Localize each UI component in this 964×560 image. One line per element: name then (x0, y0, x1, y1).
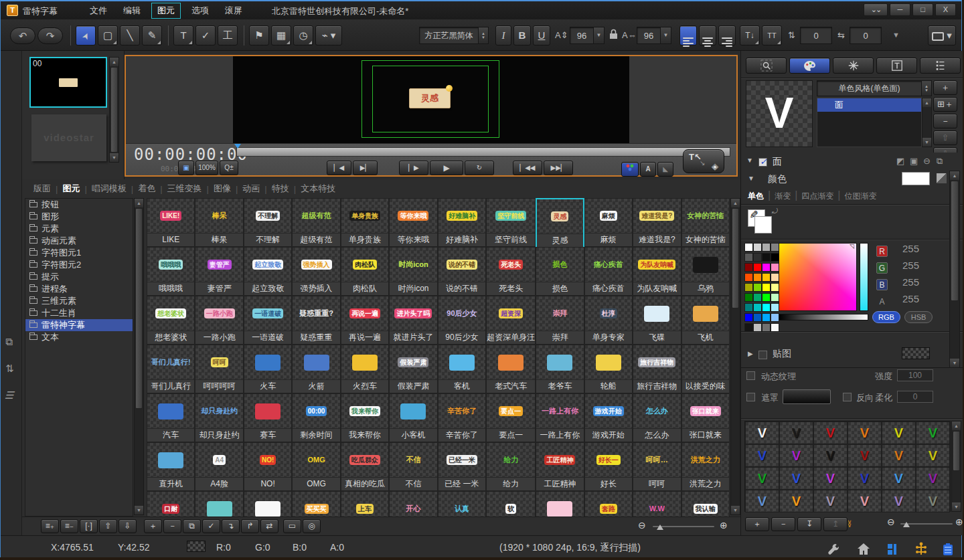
line-spacing-field[interactable]: 0 (800, 27, 832, 44)
style-preset[interactable]: V (916, 444, 950, 467)
palette-swatch[interactable] (753, 283, 762, 292)
timeline-scrubber[interactable] (236, 147, 730, 157)
library-item-剩余时间[interactable]: 00:00 剩余时间 (292, 393, 340, 442)
library-tab-唱词模板[interactable]: 唱词模板 (87, 183, 131, 195)
scroll-up-arrow[interactable]: ▲ (952, 422, 961, 430)
library-tab-文本特技[interactable]: 文本特技 (296, 183, 340, 195)
next-frame-button[interactable]: ▶▏ (353, 161, 378, 175)
palette-swatch[interactable] (762, 313, 771, 322)
category-字符图元1[interactable]: 字符图元1 (25, 247, 133, 259)
style-preset[interactable]: V (916, 490, 950, 512)
tab-color-style[interactable] (789, 58, 830, 74)
library-item-汽车[interactable]: 汽车 (147, 393, 195, 442)
menu-滚屏[interactable]: 滚屏 (220, 3, 248, 18)
palette-swatch[interactable] (744, 243, 753, 252)
remove-item-button[interactable]: － (163, 519, 181, 533)
library-item-一语道破[interactable]: 一语道破 一语道破 (244, 296, 292, 345)
library-item-游戏开始[interactable]: 游戏开始 游戏开始 (584, 393, 633, 442)
alpha-value[interactable]: 255 (902, 293, 919, 304)
text-tool[interactable]: T (173, 25, 193, 45)
library-item-LIKE[interactable]: LIKE! LIKE (147, 198, 195, 247)
preset-import-button[interactable]: ↧ (797, 517, 821, 531)
style-preset[interactable]: V (848, 467, 882, 490)
preset-export-button[interactable]: ↥ (823, 517, 848, 531)
category-雷特神字幕[interactable]: 雷特神字幕 (25, 319, 133, 331)
library-item-说的不错[interactable]: 说的不错 说的不错 (438, 247, 486, 296)
library-item-真相的吃瓜[interactable]: 吃瓜群众 真相的吃瓜 (341, 442, 389, 491)
style-preset[interactable]: V (882, 467, 916, 490)
text-frame-button[interactable]: TT (762, 25, 782, 45)
category-图形[interactable]: 图形 (25, 211, 133, 223)
style-preset[interactable]: V (779, 444, 813, 467)
library-item-77[interactable]: 开心 (389, 491, 437, 517)
remove-layer-button[interactable]: － (933, 114, 957, 128)
library-item-棒呆[interactable]: 棒呆 棒呆 (195, 198, 243, 247)
library-item-难道我是?[interactable]: 难道我是? 难道我是? (633, 198, 681, 247)
library-item-哦哦哦[interactable]: 哦哦哦 哦哦哦 (147, 247, 195, 296)
layer-manager-icon[interactable] (886, 542, 900, 557)
align-right-button[interactable] (718, 25, 736, 45)
library-item-呵呵呵呵[interactable]: 呵呵 呵呵呵呵 (195, 345, 243, 393)
text-properties-button[interactable]: T↖ ◈ ↘ (683, 149, 724, 173)
library-item-以接受的味[interactable]: 以接受的味 (681, 345, 730, 393)
library-item-老式汽车[interactable]: 老式汽车 (486, 345, 536, 393)
image-object-tool[interactable]: ▦ (271, 25, 291, 45)
library-item-时尚icon[interactable]: 时尚icon 时尚icon (389, 247, 437, 296)
frame-mode-icon[interactable]: ▣ (910, 156, 918, 166)
library-tab-着色[interactable]: 着色 (133, 183, 160, 195)
library-item-飞碟[interactable]: 飞碟 (633, 296, 681, 345)
bold-button[interactable]: B (513, 25, 531, 45)
category-十二生肖[interactable]: 十二生肖 (25, 307, 133, 319)
category-按钮[interactable]: 按钮 (25, 199, 133, 211)
duplicate-button[interactable]: ⧉ (183, 519, 201, 533)
library-item-强势插入[interactable]: 强势插入 强势插入 (292, 247, 340, 296)
swap-colors-icon[interactable]: ⤾ (772, 207, 778, 215)
color-mode-单色[interactable]: 单色 (744, 191, 768, 201)
library-item-坚守前线[interactable]: 坚守前线 坚守前线 (486, 198, 536, 247)
library-item-工匠精神[interactable]: 工匠精神 工匠精神 (536, 442, 584, 491)
list-remove-button[interactable]: ≡₋ (60, 519, 78, 533)
scroll-up-arrow[interactable]: ▲ (731, 199, 740, 207)
italic-button[interactable]: I (495, 25, 511, 45)
preset-remove-button[interactable]: － (771, 517, 795, 531)
library-item-怎么办[interactable]: 怎么办 怎么办 (633, 393, 681, 442)
palette-swatch[interactable] (744, 253, 753, 262)
library-tab-特技[interactable]: 特技 (267, 183, 294, 195)
category-元素[interactable]: 元素 (25, 223, 133, 235)
more-presets-chevron[interactable]: ∨∨ (845, 521, 854, 527)
secondary-color-swatch[interactable] (937, 173, 947, 183)
more-options-icon[interactable]: ▼ (892, 31, 900, 39)
library-item-女神的苦恼[interactable]: 女神的苦恼 女神的苦恼 (681, 198, 730, 247)
library-item-73[interactable] (195, 491, 243, 517)
char-width-select[interactable]: 96 ▼ (637, 27, 671, 44)
line-tool[interactable]: ╲ (120, 25, 140, 45)
category-字符图元2[interactable]: 字符图元2 (25, 259, 133, 271)
library-item-好难脑补[interactable]: 好难脑补 好难脑补 (438, 198, 486, 247)
style-preset[interactable]: V (745, 422, 779, 444)
library-item-洪荒之力[interactable]: 洪荒之力 洪荒之力 (681, 442, 730, 491)
texture-checkbox[interactable] (746, 371, 755, 381)
add-layer-button[interactable]: ＋ (933, 80, 957, 95)
play-from-start-button[interactable]: ▏▶ (399, 161, 428, 175)
style-preset[interactable]: V (848, 422, 882, 444)
thumbnails-scrollbar[interactable]: ▲ ▼ (109, 57, 119, 163)
redo-button[interactable]: ↷ (37, 27, 63, 44)
library-item-一路上有你[interactable]: 一路上有你 一路上有你 (536, 393, 584, 442)
minimize-button[interactable]: ─ (890, 3, 910, 16)
properties-scrollbar[interactable]: ▲ ▼ (949, 171, 960, 368)
grid-zoom-out-icon[interactable]: ⊖ (638, 520, 646, 531)
hue-slider[interactable] (860, 243, 868, 311)
undo-button[interactable]: ↶ (10, 27, 35, 44)
scroll-down-arrow[interactable]: ▼ (110, 153, 118, 162)
color-mode-位图渐变[interactable]: 位图渐变 (840, 191, 880, 201)
library-item-想老婆状[interactable]: 想老婆状 想老婆状 (147, 296, 195, 345)
style-preset[interactable]: V (745, 444, 779, 467)
mask-checkbox[interactable] (746, 392, 755, 402)
gradient-mode-icon[interactable]: ◩ (896, 156, 904, 166)
scroll-up-arrow[interactable]: ▲ (135, 199, 143, 207)
scroll-down-arrow[interactable]: ▼ (952, 502, 961, 511)
window-arrange-icon[interactable]: ⧉ (5, 336, 13, 348)
home-icon[interactable] (856, 542, 871, 557)
library-item-灵感[interactable]: 灵感 灵感 (536, 198, 584, 247)
apply-button[interactable]: ✓ (202, 519, 220, 533)
